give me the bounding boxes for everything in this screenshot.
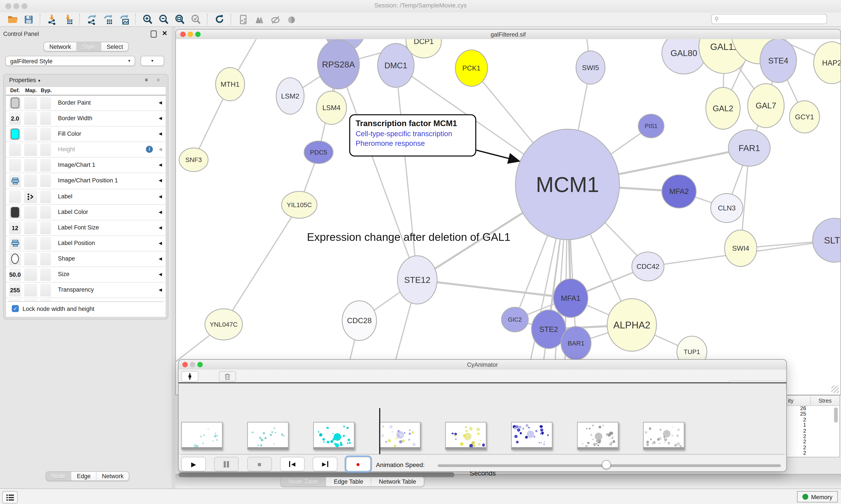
default-value-cell[interactable]: [9, 159, 21, 172]
network-node-FAR1[interactable]: FAR1: [729, 130, 770, 166]
property-row-border-paint[interactable]: Border Paint◀: [6, 95, 166, 111]
network-node-YIL105C[interactable]: YIL105C: [282, 191, 317, 218]
timeline-frame-7[interactable]: [643, 422, 684, 450]
property-row-size[interactable]: 50.0Size◀: [6, 267, 166, 283]
network-node-GAL7[interactable]: GAL7: [748, 84, 784, 128]
info-icon[interactable]: i: [146, 146, 153, 153]
tab-edge-table[interactable]: Edge Table: [326, 476, 371, 486]
bypass-cell[interactable]: [40, 112, 51, 125]
network-node-STE4[interactable]: STE4: [760, 39, 797, 83]
network-node-PCK1[interactable]: PCK1: [455, 50, 487, 87]
expand-arrow-icon[interactable]: ◀: [159, 194, 162, 199]
default-value-cell[interactable]: 50.0: [9, 268, 21, 281]
default-value-cell[interactable]: [9, 206, 21, 219]
search-input[interactable]: [720, 15, 824, 23]
property-row-height[interactable]: Heighti◀: [6, 142, 166, 158]
default-value-cell[interactable]: 255: [9, 284, 21, 297]
skip-start-button[interactable]: ◀: [280, 457, 305, 471]
network-node-CLN3[interactable]: CLN3: [711, 194, 743, 222]
network-node-CDC28[interactable]: CDC28: [342, 301, 376, 340]
properties-header[interactable]: Properties▾: [9, 77, 40, 83]
style-selector[interactable]: galFiltered Style ▾: [5, 56, 135, 66]
import-network-icon[interactable]: [46, 13, 58, 26]
mapping-cell[interactable]: [24, 206, 37, 219]
open-session-icon[interactable]: [6, 13, 19, 26]
default-value-cell[interactable]: [9, 96, 21, 109]
zoom-in-icon[interactable]: [141, 13, 154, 26]
network-node-LSM2[interactable]: LSM2: [276, 78, 304, 114]
save-session-icon[interactable]: [22, 13, 35, 26]
expand-arrow-icon[interactable]: ◀: [159, 178, 162, 183]
timeline-frame-4[interactable]: [445, 422, 487, 450]
bypass-cell[interactable]: [40, 221, 51, 234]
timeline-frame-2[interactable]: [313, 422, 355, 450]
bypass-cell[interactable]: [40, 128, 51, 141]
expand-arrow-icon[interactable]: ◀: [159, 225, 162, 230]
close-panel-icon[interactable]: ✕: [162, 30, 167, 37]
network-node-MFA2[interactable]: MFA2: [662, 175, 696, 208]
refresh-view-icon[interactable]: [213, 13, 226, 26]
collapse-all-icon[interactable]: »: [155, 78, 161, 82]
position-icon[interactable]: [9, 175, 21, 187]
tab-node-table[interactable]: Node Table: [281, 476, 326, 486]
network-node-MFA1[interactable]: MFA1: [553, 279, 588, 317]
expand-arrow-icon[interactable]: ◀: [159, 147, 162, 152]
expand-all-icon[interactable]: »: [144, 78, 150, 82]
tab-network-table[interactable]: Network Table: [371, 476, 424, 486]
hide-details-icon[interactable]: [269, 13, 282, 26]
expand-arrow-icon[interactable]: ◀: [159, 256, 162, 261]
skip-end-button[interactable]: ▶: [313, 457, 338, 471]
timeline-frame-6[interactable]: [577, 422, 619, 450]
network-node-MTH1[interactable]: MTH1: [215, 68, 245, 101]
delete-frame-button[interactable]: [219, 371, 236, 382]
expand-arrow-icon[interactable]: ◀: [159, 116, 162, 121]
stop-button[interactable]: ■: [247, 457, 272, 471]
property-row-fill-color[interactable]: Fill Color◀: [6, 127, 166, 142]
expand-arrow-icon[interactable]: ◀: [159, 210, 162, 214]
zoom-fit-icon[interactable]: [173, 13, 186, 26]
record-button[interactable]: ●: [345, 457, 370, 471]
mapping-cell[interactable]: [24, 96, 37, 109]
network-node-SNF3[interactable]: SNF3: [179, 148, 208, 172]
export-image-icon[interactable]: [118, 13, 130, 26]
play-button[interactable]: ▶: [181, 457, 206, 471]
property-row-image-chart-position-1[interactable]: Image/Chart Position 1◀: [6, 174, 166, 189]
expand-arrow-icon[interactable]: ◀: [159, 287, 162, 292]
annotation-link[interactable]: Pheromone response: [356, 139, 470, 148]
mapping-cell[interactable]: [24, 237, 37, 250]
tab-network[interactable]: Network: [96, 472, 129, 480]
property-row-label-font-size[interactable]: 12Label Font Size◀: [6, 220, 166, 236]
export-table-icon[interactable]: [102, 13, 114, 26]
default-value-cell[interactable]: [9, 128, 21, 141]
export-network-icon[interactable]: [85, 13, 98, 26]
table-scrollbar[interactable]: [834, 408, 838, 422]
tab-edge[interactable]: Edge: [71, 472, 96, 480]
network-node-RPS28A[interactable]: RPS28A: [318, 40, 359, 89]
property-row-border-width[interactable]: 2.0Border Width◀: [6, 111, 166, 127]
property-row-shape[interactable]: Shape◀: [6, 251, 166, 267]
timeline-frame-1[interactable]: [247, 422, 289, 450]
mapping-cell[interactable]: [24, 252, 37, 265]
network-node-SWI5[interactable]: SWI5: [576, 51, 605, 84]
mapping-cell[interactable]: [24, 175, 37, 187]
bypass-cell[interactable]: [40, 190, 51, 203]
zoom-selected-icon[interactable]: [189, 13, 202, 26]
column-header[interactable]: ity: [788, 397, 794, 404]
search-binoculars-icon[interactable]: [252, 13, 265, 26]
timeline-zone[interactable]: 0123456789Seconds: [179, 383, 786, 454]
tab-select[interactable]: Select: [101, 42, 128, 51]
network-canvas[interactable]: RPS28BDCP1RPS28ADMC1PCK1MTH1LSM2LSM4SNF3…: [176, 39, 840, 395]
network-node-YNL047C[interactable]: YNL047C: [205, 309, 243, 340]
speed-slider-thumb[interactable]: [602, 460, 611, 469]
network-node-SWI4[interactable]: SWI4: [725, 230, 757, 267]
annotation-link[interactable]: Cell-type-specific transcription: [356, 129, 470, 139]
timeline-frame-3[interactable]: [379, 422, 420, 450]
network-node-STE12[interactable]: STE12: [397, 256, 437, 304]
resize-grip[interactable]: [831, 385, 839, 393]
network-node-SLT2[interactable]: SLT2: [812, 218, 840, 262]
network-node-PDC5[interactable]: PDC5: [304, 141, 333, 164]
expand-arrow-icon[interactable]: ◀: [159, 272, 162, 277]
bypass-cell[interactable]: [40, 159, 51, 172]
show-details-icon[interactable]: [285, 13, 298, 26]
mapping-cell[interactable]: [24, 128, 37, 141]
